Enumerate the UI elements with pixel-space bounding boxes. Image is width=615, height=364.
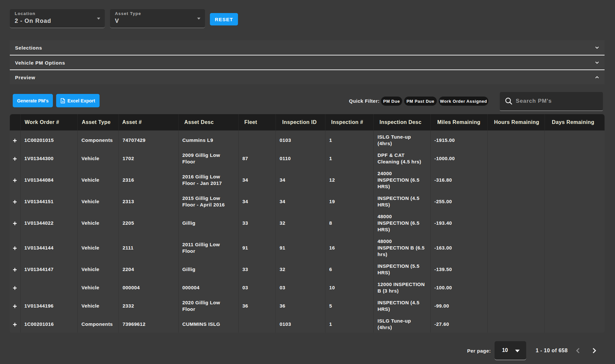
svg-text:x: x bbox=[62, 99, 64, 103]
